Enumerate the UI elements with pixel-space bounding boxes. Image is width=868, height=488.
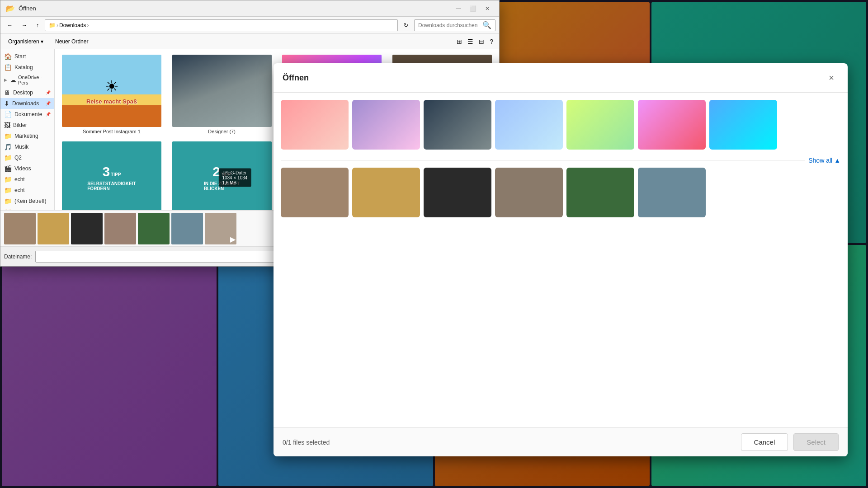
sidebar-item-videos[interactable]: 🎬 Videos (0, 163, 54, 174)
back-button[interactable]: ← (4, 21, 16, 30)
sidebar-item-keinbetreff[interactable]: 📁 (Kein Betreff) (0, 196, 54, 206)
sidebar-label-q2: Q2 (14, 155, 22, 161)
title-bar-title: Öffnen (19, 5, 36, 12)
sidebar-item-start[interactable]: 🏠 Start (0, 51, 54, 62)
echt2-icon: 📁 (4, 187, 12, 194)
close-button[interactable]: ✕ (481, 4, 494, 13)
preview-dark (71, 213, 103, 244)
sidebar-label-keinbetreff: (Kein Betreff) (14, 198, 46, 204)
view-details-icon[interactable]: ☰ (465, 37, 476, 47)
window-icon: 📂 (6, 4, 15, 13)
dokumente-icon: 📄 (4, 111, 12, 118)
upload-title: Öffnen (283, 73, 309, 83)
sidebar-label-katalog: Katalog (14, 64, 33, 70)
desktop-icon: 🖥 (4, 89, 10, 96)
file-thumb-6: 2 TIPP IN DIE ZUKUNFTBLICKEN JPEG-Datei1… (172, 141, 272, 210)
restore-button[interactable]: ⬜ (467, 4, 479, 13)
show-all-row: Show all ▲ (281, 153, 840, 168)
onedrive-icon: ☁ (10, 76, 16, 84)
view-option-icon[interactable]: ⊟ (476, 37, 486, 47)
sidebar-item-katalog[interactable]: 📋 Katalog (0, 62, 54, 73)
address-bar: 📁 › Downloads › (45, 19, 398, 31)
upload-thumb-forest[interactable] (566, 168, 634, 217)
sidebar-label-bilder: Bilder (13, 122, 27, 128)
minimize-button[interactable]: — (452, 4, 465, 13)
sidebar-item-marketing[interactable]: 📁 Marketing (0, 131, 54, 141)
search-icon: 🔍 (482, 21, 491, 29)
help-icon[interactable]: ? (487, 37, 495, 47)
search-input[interactable] (418, 22, 482, 28)
preview-rings (38, 213, 69, 244)
new-folder-button[interactable]: Neuer Ordner (51, 37, 92, 46)
upload-thumb-portrait[interactable] (495, 168, 563, 217)
file-item-6[interactable]: 2 TIPP IN DIE ZUKUNFTBLICKEN JPEG-Datei1… (169, 140, 275, 210)
file-item-5[interactable]: 3 TIPP SELBSTSTÄNDIGKEITFÖRDERN 34107473… (58, 140, 165, 210)
upload-dialog: Öffnen × Show all ▲ (274, 63, 848, 456)
file-thumb-5: 3 TIPP SELBSTSTÄNDIGKEITFÖRDERN (62, 141, 161, 210)
select-dialog-button[interactable]: Select (793, 433, 839, 451)
show-all-button[interactable]: Show all ▲ (808, 157, 840, 164)
upload-body: Show all ▲ (274, 93, 848, 427)
upload-thumb-man[interactable] (638, 168, 706, 217)
up-button[interactable]: ↑ (33, 21, 42, 30)
filename-label: Dateiname: (4, 253, 32, 260)
upload-thumb-3[interactable] (424, 100, 491, 150)
view-large-icon[interactable]: ⊞ (454, 37, 464, 47)
sidebar-item-dokumente[interactable]: 📄 Dokumente 📌 (0, 109, 54, 120)
sidebar-label-start: Start (14, 53, 26, 60)
refresh-button[interactable]: ↻ (401, 21, 411, 30)
upload-thumb-2[interactable] (352, 100, 420, 150)
upload-grid-top (281, 100, 840, 153)
file-item-2[interactable]: Designer (7) (169, 53, 275, 136)
bilder-icon: 🖼 (4, 122, 10, 129)
forward-button[interactable]: → (19, 21, 30, 30)
upload-thumb-dark[interactable] (424, 168, 491, 217)
upload-thumb-4[interactable] (495, 100, 563, 150)
sidebar-item-echt1[interactable]: 📁 echt (0, 174, 54, 185)
upload-thumb-6[interactable] (638, 100, 706, 150)
title-bar-left: 📂 Öffnen (6, 4, 36, 13)
sidebar-item-downloads[interactable]: ⬇ Downloads 📌 (0, 98, 54, 109)
start-icon: 🏠 (4, 53, 12, 60)
sidebar-item-neu[interactable]: 📁 neu (0, 206, 54, 210)
sidebar-item-q2[interactable]: 📁 Q2 (0, 152, 54, 163)
sidebar-label-echt1: echt (14, 176, 25, 183)
organize-button[interactable]: Organisieren ▾ (4, 37, 47, 46)
file-name-1: Sommer Post Instagram 1 (83, 129, 141, 134)
upload-thumb-1[interactable] (281, 100, 349, 150)
title-bar-controls: — ⬜ ✕ (452, 4, 494, 13)
upload-close-button[interactable]: × (824, 70, 839, 85)
upload-thumb-dog[interactable] (281, 168, 349, 217)
sidebar-label-echt2: echt (14, 187, 25, 193)
sidebar-label-downloads: Downloads (12, 100, 39, 107)
sidebar-label-desktop: Desktop (13, 89, 33, 96)
pin-icon-dl: 📌 (46, 101, 51, 106)
files-selected-label: 0/1 files selected (283, 439, 330, 446)
upload-thumb-rings[interactable] (352, 168, 420, 217)
tipp2-title: IN DIE ZUKUNFTBLICKEN (204, 181, 240, 191)
sidebar-item-bilder[interactable]: 🖼 Bilder (0, 120, 54, 131)
sidebar-item-musik[interactable]: 🎵 Musik (0, 141, 54, 152)
katalog-icon: 📋 (4, 64, 12, 71)
sidebar-group-onedrive[interactable]: ▶ ☁ OneDrive - Pers (0, 73, 54, 87)
sidebar-label-dokumente: Dokumente (14, 111, 42, 117)
search-bar[interactable]: 🔍 (414, 19, 495, 31)
upload-thumb-5[interactable] (566, 100, 634, 150)
preview-portrait (104, 213, 136, 244)
arrow-icon: ▶ (230, 235, 236, 244)
tipp3-header: 3 TIPP (102, 164, 121, 179)
title-bar: 📂 Öffnen — ⬜ ✕ (0, 0, 499, 17)
sidebar-label-onedrive: OneDrive - Pers (18, 75, 51, 85)
cancel-dialog-button[interactable]: Cancel (741, 433, 788, 451)
show-all-label: Show all (808, 157, 832, 164)
sidebar-item-desktop[interactable]: 🖥 Desktop 📌 (0, 87, 54, 98)
preview-man (171, 213, 203, 244)
sidebar-label-videos: Videos (14, 165, 31, 172)
chevron-up-icon: ▲ (834, 157, 840, 164)
file-item-1[interactable]: ☀ Reise macht Spaß Sommer Post Instagram… (58, 53, 165, 136)
sidebar-item-echt2[interactable]: 📁 echt (0, 185, 54, 196)
sidebar: 🏠 Start 📋 Katalog ▶ ☁ OneDrive - Pers 🖥 … (0, 49, 55, 210)
divider (281, 160, 805, 161)
upload-thumb-7[interactable] (709, 100, 777, 150)
expand-icon: ▶ (4, 78, 7, 82)
